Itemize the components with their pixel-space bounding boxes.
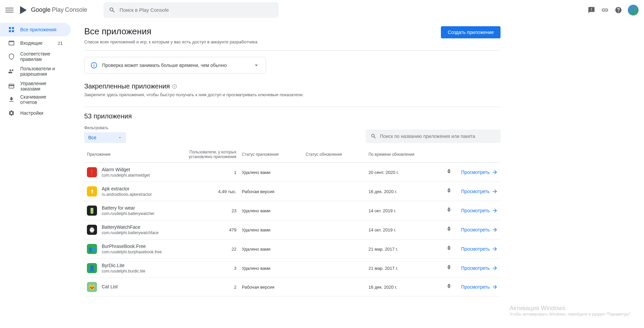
table-row[interactable]: 🐱 Cat List 2 Рабочая версия 16 дек. 2020… (84, 278, 501, 296)
section-divider (84, 107, 501, 107)
pin-icon[interactable] (446, 207, 452, 213)
app-package: com.rusdelphi.alarmwidget (102, 173, 150, 178)
pin-icon[interactable] (446, 265, 452, 271)
pin-icon[interactable] (446, 226, 452, 232)
app-name: Apk extractor (102, 186, 152, 191)
download-icon (8, 96, 15, 103)
col-status: Статус приложения (239, 146, 303, 163)
update-status-cell (303, 278, 366, 296)
pin-icon[interactable] (446, 246, 452, 252)
help-circle-icon[interactable]: ? (172, 84, 177, 89)
status-cell: Удалено вами (239, 240, 303, 259)
sidebar-item-compliance[interactable]: Соответствие правилам (0, 50, 71, 63)
status-cell: Рабочая версия (239, 278, 303, 296)
view-link[interactable]: Просмотреть (459, 265, 498, 271)
update-status-cell (303, 220, 366, 240)
sidebar-label: Все приложения (20, 27, 56, 32)
update-time-cell: 20 сент. 2020 г. (366, 163, 443, 182)
logo-play: Play (52, 6, 64, 13)
sidebar-label: Настройки (20, 110, 43, 116)
view-link[interactable]: Просмотреть (459, 227, 498, 233)
status-cell: Рабочая версия (239, 182, 303, 201)
apps-icon (8, 26, 15, 33)
col-app: Приложение (84, 146, 185, 163)
feedback-icon[interactable] (587, 6, 595, 14)
link-icon[interactable] (601, 6, 609, 14)
svg-rect-6 (94, 64, 94, 64)
search-bar[interactable] (103, 2, 279, 18)
shield-icon (8, 53, 15, 60)
sidebar-item-inbox[interactable]: Входящие 21 (0, 36, 71, 50)
arrow-right-icon (492, 227, 498, 233)
info-text: Проверка может занимать больше времени, … (102, 63, 253, 68)
update-time-cell: 16 дек. 2020 г. (366, 182, 443, 201)
page-title: Все приложения (84, 26, 257, 37)
app-name: Alarm Widget (102, 167, 150, 172)
update-time-cell: 21 мар. 2017 г. (366, 259, 443, 278)
table-search[interactable] (366, 130, 501, 143)
table-row[interactable]: ⌚ BatteryWatchFace com.rusdelphi.battery… (84, 220, 501, 240)
app-icon: 🐱 (87, 282, 97, 292)
view-link[interactable]: Просмотреть (459, 169, 498, 175)
update-time-cell: 14 окт. 2019 г. (366, 201, 443, 220)
sidebar: Все приложения Входящие 21 Соответствие … (0, 20, 73, 307)
svg-rect-5 (94, 65, 94, 67)
create-app-button[interactable]: Создать приложение (441, 26, 501, 38)
update-time-cell: 16 дек. 2020 г. (366, 278, 443, 296)
view-link[interactable]: Просмотреть (459, 284, 498, 290)
hamburger-menu[interactable] (5, 6, 13, 14)
arrow-right-icon (492, 169, 498, 175)
gear-icon (8, 110, 15, 116)
page-subtitle: Список всех приложений и игр, к которым … (84, 39, 257, 44)
svg-rect-2 (9, 30, 11, 32)
chevron-down-icon[interactable] (253, 62, 260, 69)
search-icon (371, 133, 377, 139)
view-link[interactable]: Просмотреть (459, 246, 498, 252)
table-row[interactable]: 👤 ByrDic.Lite com.rusdelphi.burdic.lite … (84, 259, 501, 278)
logo-console: Console (65, 6, 87, 13)
installs-cell: 3 (185, 259, 239, 278)
divider (84, 50, 501, 51)
logo[interactable]: Google Play Console (19, 5, 87, 15)
sidebar-item-order-management[interactable]: Управление заказами (0, 79, 71, 93)
app-icon: 👤 (87, 263, 97, 273)
arrow-right-icon (492, 208, 498, 214)
sidebar-item-download-reports[interactable]: Скачивание отчетов (0, 93, 71, 106)
sidebar-label: Скачивание отчетов (20, 94, 63, 105)
sidebar-item-users[interactable]: Пользователи и разрешения (0, 63, 71, 79)
table-row[interactable]: ❗ Alarm Widget com.rusdelphi.alarmwidget… (84, 163, 501, 182)
pin-icon[interactable] (446, 284, 452, 290)
chevron-down-icon (118, 136, 122, 140)
pinned-subtitle: Закрепите здесь приложения, чтобы быстро… (84, 92, 501, 97)
sidebar-item-settings[interactable]: Настройки (0, 106, 71, 120)
table-row[interactable]: 👥 BurPhraseBook.Free com.rusdelphi.burph… (84, 240, 501, 259)
update-time-cell: 21 мар. 2017 г. (366, 240, 443, 259)
status-cell: Удалено вами (239, 220, 303, 240)
update-time-cell: 14 окт. 2019 г. (366, 220, 443, 240)
app-name: BatteryWatchFace (102, 224, 159, 230)
header-right (587, 5, 639, 15)
table-row[interactable]: 🔋 Battery for wear com.rusdelphi.battery… (84, 201, 501, 220)
pin-icon[interactable] (446, 169, 452, 175)
arrow-right-icon (492, 188, 498, 194)
svg-rect-3 (12, 30, 14, 32)
installs-cell: 4,49 тыс. (185, 182, 239, 201)
arrow-right-icon (492, 265, 498, 271)
help-icon[interactable] (614, 6, 622, 14)
search-input[interactable] (120, 7, 273, 13)
filter-chip[interactable]: Все (84, 132, 126, 143)
sidebar-item-all-apps[interactable]: Все приложения (0, 23, 71, 36)
app-package: com.rusdelphi.burphasebook.free (102, 250, 162, 254)
update-status-cell (303, 240, 366, 259)
view-link[interactable]: Просмотреть (459, 208, 498, 214)
pin-icon[interactable] (446, 188, 452, 194)
update-status-cell (303, 259, 366, 278)
installs-cell: 479 (185, 220, 239, 240)
play-logo-icon (19, 5, 28, 15)
table-row[interactable]: ⬆ Apk extractor ru.androidtools.apkextra… (84, 182, 501, 201)
avatar[interactable] (628, 5, 639, 15)
table-search-input[interactable] (380, 134, 496, 139)
view-link[interactable]: Просмотреть (459, 188, 498, 194)
app-name: Battery for wear (102, 205, 155, 211)
info-box[interactable]: Проверка может занимать больше времени, … (84, 57, 266, 74)
